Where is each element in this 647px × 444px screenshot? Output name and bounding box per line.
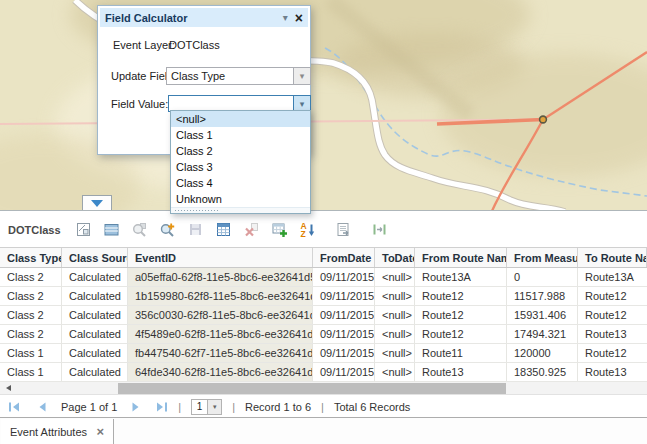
column-header[interactable]: From Route Name: [415, 248, 507, 267]
delete-selected-icon[interactable]: [243, 221, 260, 238]
cell-from-route[interactable]: Route12: [415, 287, 507, 305]
next-page-button[interactable]: [131, 401, 141, 413]
chevron-down-icon[interactable]: ▾: [293, 68, 310, 84]
table-row[interactable]: Class 1 Calculated fb447540-62f7-11e5-8b…: [0, 344, 647, 363]
cell-from-date[interactable]: 09/11/2015: [313, 268, 375, 286]
chevron-down-icon[interactable]: ▾: [208, 399, 222, 415]
dialog-titlebar[interactable]: Field Calculator ▾ ×: [100, 8, 308, 27]
table-row[interactable]: Class 2 Calculated a05effa0-62f8-11e5-8b…: [0, 268, 647, 287]
cell-from-measure[interactable]: 15931.406: [507, 306, 578, 324]
cell-event-id[interactable]: 356c0030-62f8-11e5-8bc6-ee32641d5ec9: [128, 306, 313, 324]
cell-class-type[interactable]: Class 2: [0, 325, 62, 343]
cell-class-type[interactable]: Class 2: [0, 268, 62, 286]
horizontal-scrollbar[interactable]: [0, 382, 647, 395]
cell-from-route[interactable]: Route11: [415, 344, 507, 362]
cell-from-route[interactable]: Route13: [415, 363, 507, 381]
cell-to-date[interactable]: <null>: [375, 287, 415, 305]
dropdown-option-class1[interactable]: Class 1: [171, 127, 310, 143]
close-icon[interactable]: ×: [295, 12, 303, 24]
cell-from-date[interactable]: 09/11/2015: [313, 363, 375, 381]
cell-to-route[interactable]: Route13A: [578, 268, 647, 286]
fit-columns-icon[interactable]: [371, 221, 388, 238]
page-selector-value[interactable]: 1: [191, 399, 208, 415]
panel-collapse-tab[interactable]: [82, 195, 112, 211]
tab-event-attributes[interactable]: Event Attributes ×: [1, 419, 114, 444]
last-page-button[interactable]: [155, 401, 168, 413]
cell-from-route[interactable]: Route12: [415, 306, 507, 324]
table-row[interactable]: Class 2 Calculated 1b159980-62f8-11e5-8b…: [0, 287, 647, 306]
close-icon[interactable]: ×: [96, 427, 104, 437]
cell-class-type[interactable]: Class 1: [0, 363, 62, 381]
cell-class-source[interactable]: Calculated: [62, 363, 128, 381]
attribute-report-icon[interactable]: [335, 221, 352, 238]
cell-from-measure[interactable]: 17494.321: [507, 325, 578, 343]
cell-to-route[interactable]: Route12: [578, 344, 647, 362]
column-header[interactable]: ToDate: [375, 248, 415, 267]
cell-from-route[interactable]: Route13A: [415, 268, 507, 286]
column-header[interactable]: Class Type: [0, 248, 62, 267]
table-row[interactable]: Class 1 Calculated 64fde340-62f8-11e5-8b…: [0, 363, 647, 382]
zoom-to-feature-icon[interactable]: [159, 221, 176, 238]
table-row[interactable]: Class 2 Calculated 356c0030-62f8-11e5-8b…: [0, 306, 647, 325]
dropdown-resize-grip[interactable]: [171, 207, 310, 213]
cell-from-date[interactable]: 09/11/2015: [313, 306, 375, 324]
dropdown-option-class3[interactable]: Class 3: [171, 159, 310, 175]
column-header[interactable]: FromDate: [313, 248, 375, 267]
column-header[interactable]: Class Source: [62, 248, 128, 267]
scroll-left-arrow[interactable]: [6, 385, 11, 391]
cell-from-measure[interactable]: 120000: [507, 344, 578, 362]
cell-to-date[interactable]: <null>: [375, 325, 415, 343]
cell-class-type[interactable]: Class 1: [0, 344, 62, 362]
cell-to-date[interactable]: <null>: [375, 268, 415, 286]
cell-from-date[interactable]: 09/11/2015: [313, 325, 375, 343]
dropdown-option-class2[interactable]: Class 2: [171, 143, 310, 159]
cell-class-type[interactable]: Class 2: [0, 287, 62, 305]
sort-ascending-icon[interactable]: AZ: [299, 221, 316, 238]
show-selected-records-icon[interactable]: [103, 221, 120, 238]
cell-class-source[interactable]: Calculated: [62, 268, 128, 286]
cell-to-date[interactable]: <null>: [375, 344, 415, 362]
update-field-combobox[interactable]: Class Type ▾: [166, 67, 311, 85]
column-header[interactable]: From Measure: [507, 248, 578, 267]
scrollbar-thumb[interactable]: [118, 383, 506, 394]
table-row[interactable]: Class 2 Calculated 4f5489e0-62f8-11e5-8b…: [0, 325, 647, 344]
column-header[interactable]: To Route Name: [578, 248, 647, 267]
cell-event-id[interactable]: 4f5489e0-62f8-11e5-8bc6-ee32641d5ec9: [128, 325, 313, 343]
cell-to-date[interactable]: <null>: [375, 363, 415, 381]
cell-to-date[interactable]: <null>: [375, 306, 415, 324]
cell-from-measure[interactable]: 18350.925: [507, 363, 578, 381]
cell-from-measure[interactable]: 11517.988: [507, 287, 578, 305]
cell-to-route[interactable]: Route12: [578, 287, 647, 305]
cell-event-id[interactable]: 64fde340-62f8-11e5-8bc6-ee32641d5ec9: [128, 363, 313, 381]
cell-from-measure[interactable]: 0: [507, 268, 578, 286]
select-features-icon[interactable]: [75, 221, 92, 238]
cell-class-type[interactable]: Class 2: [0, 306, 62, 324]
save-icon[interactable]: [187, 221, 204, 238]
cell-class-source[interactable]: Calculated: [62, 325, 128, 343]
cell-to-route[interactable]: Route13: [578, 325, 647, 343]
chevron-down-icon[interactable]: ▾: [293, 96, 310, 111]
chevron-down-icon[interactable]: ▾: [283, 12, 288, 23]
cell-event-id[interactable]: 1b159980-62f8-11e5-8bc6-ee32641d5ec9: [128, 287, 313, 305]
first-page-button[interactable]: [8, 401, 21, 413]
cell-to-route[interactable]: Route13: [578, 363, 647, 381]
junction-marker[interactable]: [540, 116, 547, 123]
cell-event-id[interactable]: a05effa0-62f8-11e5-8bc6-ee32641d5ec9: [128, 268, 313, 286]
previous-page-button[interactable]: [37, 401, 47, 413]
cell-event-id[interactable]: fb447540-62f7-11e5-8bc6-ee32641d5ec9: [128, 344, 313, 362]
field-calculator-icon[interactable]: [215, 221, 232, 238]
cell-from-date[interactable]: 09/11/2015: [313, 287, 375, 305]
cell-class-source[interactable]: Calculated: [62, 344, 128, 362]
dropdown-option-class4[interactable]: Class 4: [171, 175, 310, 191]
column-header[interactable]: EventID: [128, 248, 313, 267]
zoom-to-selected-icon[interactable]: [131, 221, 148, 238]
cell-from-route[interactable]: Route12: [415, 325, 507, 343]
dropdown-option-unknown[interactable]: Unknown: [171, 191, 310, 207]
dropdown-option-null[interactable]: <null>: [171, 111, 310, 127]
add-record-icon[interactable]: [271, 221, 288, 238]
cell-class-source[interactable]: Calculated: [62, 306, 128, 324]
page-selector[interactable]: 1 ▾: [191, 399, 222, 415]
cell-to-route[interactable]: Route12: [578, 306, 647, 324]
cell-class-source[interactable]: Calculated: [62, 287, 128, 305]
cell-from-date[interactable]: 09/11/2015: [313, 344, 375, 362]
